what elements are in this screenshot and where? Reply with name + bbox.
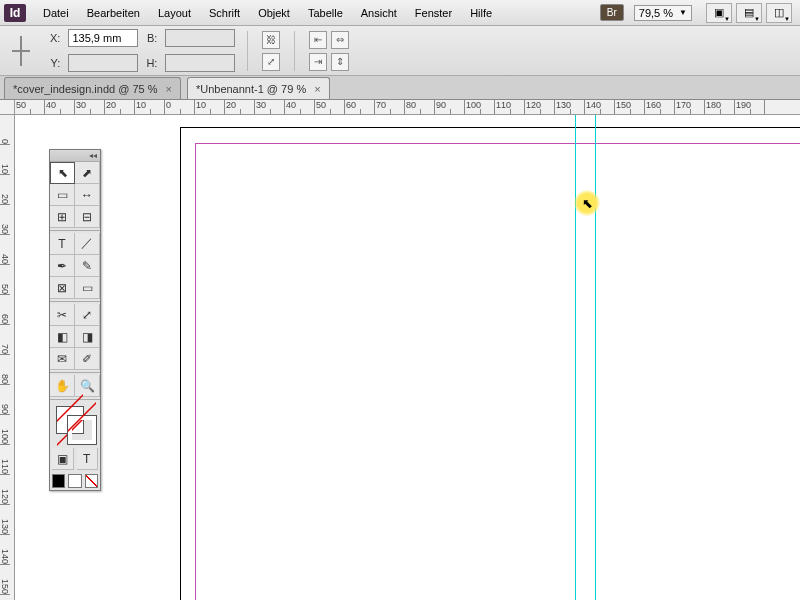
app-icon: Id (4, 4, 26, 22)
y-label: Y: (50, 57, 60, 69)
ruler-tick: 110 (0, 445, 10, 475)
doc-tab-1[interactable]: *cover_indesign.indd @ 75 % × (4, 77, 181, 99)
close-icon[interactable]: × (165, 83, 171, 95)
ruler-tick: 40 (285, 100, 315, 114)
ruler-tick: 150 (615, 100, 645, 114)
rectangle-tool[interactable]: ▭ (75, 277, 100, 299)
rectangle-frame-tool[interactable]: ⊠ (50, 277, 75, 299)
line-tool[interactable]: ／ (75, 233, 100, 255)
ruler-tick: 140 (0, 535, 10, 565)
arrange-button[interactable]: ▤▼ (736, 3, 762, 23)
gradient-swatch-tool[interactable]: ◧ (50, 326, 75, 348)
canvas[interactable]: ⬉ ◂◂ ⬉⬈▭↔⊞⊟T／✒✎⊠▭✂⤢◧◨✉✐✋🔍▣T (15, 115, 800, 600)
x-label: X: (50, 32, 60, 44)
ruler-tick: 130 (555, 100, 585, 114)
margin-guides (195, 143, 800, 600)
menu-ansicht[interactable]: Ansicht (352, 3, 406, 23)
gap-tool[interactable]: ↔ (75, 184, 100, 206)
selection-tool[interactable]: ⬉ (50, 162, 75, 184)
gradient-feather-tool[interactable]: ◨ (75, 326, 100, 348)
ruler-tick: 30 (255, 100, 285, 114)
menu-hilfe[interactable]: Hilfe (461, 3, 501, 23)
ruler-tick: 60 (0, 295, 10, 325)
menu-schrift[interactable]: Schrift (200, 3, 249, 23)
ruler-tick: 100 (0, 415, 10, 445)
direct-selection-tool[interactable]: ⬈ (75, 162, 100, 184)
ruler-tick: 140 (585, 100, 615, 114)
apply-white-swatch[interactable] (68, 474, 81, 488)
workspace-icon: ◫ (774, 6, 784, 19)
reference-point-icon[interactable] (12, 36, 34, 66)
zoom-value: 79,5 % (639, 7, 673, 19)
screen-mode-icon: ▣ (714, 6, 724, 19)
ruler-tick: 10 (195, 100, 225, 114)
vertical-ruler[interactable]: 0102030405060708090100110120130140150 (0, 115, 15, 600)
h-label: H: (146, 57, 157, 69)
ruler-tick: 70 (375, 100, 405, 114)
stroke-swatch[interactable] (68, 416, 96, 444)
bridge-button[interactable]: Br (600, 4, 624, 21)
menu-tabelle[interactable]: Tabelle (299, 3, 352, 23)
close-icon[interactable]: × (314, 83, 320, 95)
zoom-tool[interactable]: 🔍 (75, 375, 100, 397)
constrain-icon[interactable]: ⛓ (262, 31, 280, 49)
format-text-icon[interactable]: T (77, 448, 99, 470)
scissors-tool[interactable]: ✂ (50, 304, 75, 326)
ruler-tick: 180 (705, 100, 735, 114)
workspace-button[interactable]: ◫▼ (766, 3, 792, 23)
content-collector-tool[interactable]: ⊞ (50, 206, 75, 228)
distribute-icon[interactable]: ⇕ (331, 53, 349, 71)
ruler-origin[interactable] (0, 100, 15, 115)
align-center-icon[interactable]: ⇔ (331, 31, 349, 49)
ruler-tick: 40 (45, 100, 75, 114)
pen-tool[interactable]: ✒ (50, 255, 75, 277)
free-transform-tool[interactable]: ⤢ (75, 304, 100, 326)
menu-fenster[interactable]: Fenster (406, 3, 461, 23)
ruler-tick: 150 (0, 565, 10, 595)
vertical-guide[interactable] (595, 115, 596, 600)
apply-slash-swatch[interactable] (85, 474, 98, 488)
doc-tab-label: *Unbenannt-1 @ 79 % (196, 83, 306, 95)
ruler-tick: 70 (0, 325, 10, 355)
ruler-tick: 50 (0, 265, 10, 295)
zoom-select[interactable]: 79,5 % ▼ (634, 5, 692, 21)
vertical-guide[interactable] (575, 115, 576, 600)
ruler-tick: 130 (0, 505, 10, 535)
arrange-icon: ▤ (744, 6, 754, 19)
align-right-icon[interactable]: ⇥ (309, 53, 327, 71)
menu-layout[interactable]: Layout (149, 3, 200, 23)
ruler-tick: 40 (0, 235, 10, 265)
content-placer-tool[interactable]: ⊟ (75, 206, 100, 228)
ruler-tick: 80 (0, 355, 10, 385)
ruler-tick: 160 (645, 100, 675, 114)
menu-objekt[interactable]: Objekt (249, 3, 299, 23)
horizontal-ruler[interactable]: 5040302010010203040506070809010011012013… (15, 100, 800, 115)
tools-panel[interactable]: ◂◂ ⬉⬈▭↔⊞⊟T／✒✎⊠▭✂⤢◧◨✉✐✋🔍▣T (49, 149, 101, 491)
hand-tool[interactable]: ✋ (50, 375, 75, 397)
menu-datei[interactable]: Datei (34, 3, 78, 23)
ruler-tick: 110 (495, 100, 525, 114)
apply-black-swatch[interactable] (52, 474, 65, 488)
fill-stroke-swatch[interactable] (50, 402, 100, 446)
align-left-icon[interactable]: ⇤ (309, 31, 327, 49)
pencil-tool[interactable]: ✎ (75, 255, 100, 277)
ruler-tick: 90 (0, 385, 10, 415)
menu-bearbeiten[interactable]: Bearbeiten (78, 3, 149, 23)
ruler-tick: 170 (675, 100, 705, 114)
doc-tab-label: *cover_indesign.indd @ 75 % (13, 83, 157, 95)
page-tool[interactable]: ▭ (50, 184, 75, 206)
y-input[interactable] (68, 54, 138, 72)
ruler-tick: 50 (15, 100, 45, 114)
h-input[interactable] (165, 54, 235, 72)
scale-icon[interactable]: ⤢ (262, 53, 280, 71)
eyedropper-tool[interactable]: ✐ (75, 348, 100, 370)
doc-tab-2[interactable]: *Unbenannt-1 @ 79 % × (187, 77, 330, 99)
ruler-tick: 120 (525, 100, 555, 114)
note-tool[interactable]: ✉ (50, 348, 75, 370)
screen-mode-button[interactable]: ▣▼ (706, 3, 732, 23)
panel-collapse-icon[interactable]: ◂◂ (50, 150, 100, 162)
w-input[interactable] (165, 29, 235, 47)
type-tool[interactable]: T (50, 233, 75, 255)
x-input[interactable] (68, 29, 138, 47)
chevron-down-icon: ▼ (754, 16, 760, 22)
